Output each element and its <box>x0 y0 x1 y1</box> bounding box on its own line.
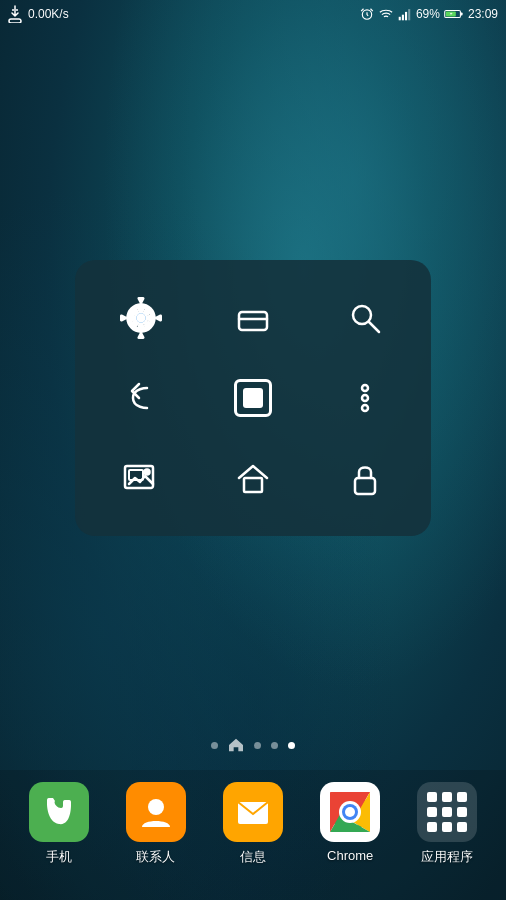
screenshot-button[interactable] <box>85 438 197 518</box>
svg-rect-34 <box>244 478 262 492</box>
alarm-icon <box>360 7 374 21</box>
chrome-label: Chrome <box>327 848 373 863</box>
svg-point-30 <box>362 405 368 411</box>
dock-item-phone[interactable]: 手机 <box>19 782 99 866</box>
svg-point-0 <box>12 9 14 11</box>
status-right: 69% 23:09 <box>360 7 498 21</box>
phone-label: 手机 <box>46 848 72 866</box>
apps-grid <box>417 782 477 842</box>
lock-button[interactable] <box>309 438 421 518</box>
messages-icon <box>233 792 273 832</box>
chrome-icon-bg <box>320 782 380 842</box>
page-dot-3[interactable] <box>254 742 261 749</box>
home-button[interactable] <box>197 438 309 518</box>
dock-item-contacts[interactable]: 联系人 <box>116 782 196 866</box>
status-bar: 0.00K/s 69% 23:09 <box>0 0 506 28</box>
messages-label: 信息 <box>240 848 266 866</box>
status-left: 0.00K/s <box>8 5 69 23</box>
page-dot-4[interactable] <box>271 742 278 749</box>
network-speed: 0.00K/s <box>28 7 69 21</box>
more-button[interactable] <box>309 358 421 438</box>
signal-icon <box>398 7 412 21</box>
battery-percent: 69% <box>416 7 440 21</box>
contacts-icon-bg <box>126 782 186 842</box>
time: 23:09 <box>468 7 498 21</box>
svg-rect-8 <box>460 13 462 16</box>
wifi-icon <box>378 7 394 21</box>
svg-point-1 <box>16 9 18 11</box>
control-panel <box>75 260 431 536</box>
dock: 手机 联系人 信息 <box>0 770 506 900</box>
svg-rect-5 <box>405 12 407 20</box>
contacts-label: 联系人 <box>136 848 175 866</box>
svg-point-23 <box>138 315 145 322</box>
phone-icon <box>41 794 77 830</box>
dock-item-chrome[interactable]: Chrome <box>310 782 390 863</box>
messages-icon-bg <box>223 782 283 842</box>
svg-rect-6 <box>408 9 410 20</box>
usb-icon <box>8 5 22 23</box>
svg-rect-3 <box>399 17 401 21</box>
svg-point-28 <box>362 385 368 391</box>
svg-point-33 <box>145 470 150 475</box>
contacts-icon <box>137 793 175 831</box>
svg-point-29 <box>362 395 368 401</box>
svg-point-36 <box>148 799 164 815</box>
apps-label: 应用程序 <box>421 848 473 866</box>
svg-rect-4 <box>402 15 404 21</box>
page-dot-5-active[interactable] <box>288 742 295 749</box>
page-dot-1[interactable] <box>211 742 218 749</box>
svg-line-27 <box>369 322 379 332</box>
settings-button[interactable] <box>85 278 197 358</box>
svg-rect-35 <box>355 478 375 494</box>
chrome-icon <box>320 782 380 842</box>
svg-point-41 <box>345 807 355 817</box>
page-dots <box>0 738 506 752</box>
apps-icon-bg <box>417 782 477 842</box>
recent-apps-button[interactable] <box>197 278 309 358</box>
back-button[interactable] <box>85 358 197 438</box>
search-button[interactable] <box>309 278 421 358</box>
phone-icon-bg <box>29 782 89 842</box>
home-square-button[interactable] <box>197 358 309 438</box>
page-dot-home[interactable] <box>228 738 244 752</box>
svg-rect-24 <box>239 312 267 330</box>
battery-icon <box>444 8 464 20</box>
dock-item-messages[interactable]: 信息 <box>213 782 293 866</box>
dock-item-apps[interactable]: 应用程序 <box>407 782 487 866</box>
